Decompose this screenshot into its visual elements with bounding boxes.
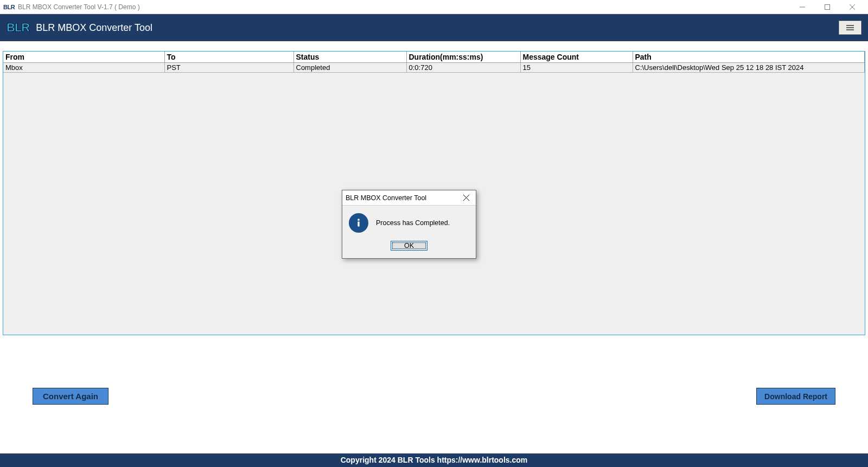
header-to[interactable]: To — [164, 52, 293, 63]
maximize-button[interactable] — [815, 0, 840, 14]
cell-to: PST — [164, 63, 293, 73]
logo: BLR — [7, 21, 29, 35]
convert-again-button[interactable]: Convert Again — [33, 388, 108, 405]
dialog-message: Process has Completed. — [376, 219, 450, 227]
header-from[interactable]: From — [3, 52, 164, 63]
cell-path: C:\Users\dell\Desktop\Wed Sep 25 12 18 2… — [633, 63, 865, 73]
download-report-button[interactable]: Download Report — [756, 388, 835, 405]
completion-dialog: BLR MBOX Converter Tool Process has Comp… — [342, 190, 476, 259]
dialog-titlebar[interactable]: BLR MBOX Converter Tool — [342, 190, 476, 206]
app-icon: BLR — [3, 4, 15, 10]
hamburger-icon — [846, 23, 854, 32]
svg-rect-1 — [825, 4, 830, 9]
header-status[interactable]: Status — [293, 52, 406, 63]
window-titlebar: BLR BLR MBOX Converter Tool V-1.7 ( Demo… — [0, 0, 868, 14]
table-row[interactable]: Mbox PST Completed 0:0:720 15 C:\Users\d… — [3, 63, 865, 73]
svg-point-9 — [358, 219, 360, 221]
info-icon — [349, 213, 368, 233]
app-header: BLR BLR MBOX Converter Tool — [0, 14, 868, 41]
header-duration[interactable]: Duration(mm:ss:ms) — [406, 52, 520, 63]
ok-button[interactable]: OK — [391, 241, 427, 251]
close-button[interactable] — [840, 0, 865, 14]
cell-status: Completed — [293, 63, 406, 73]
copyright-bar: Copyright 2024 BLR Tools https://www.blr… — [0, 453, 868, 467]
cell-count: 15 — [520, 63, 633, 73]
minimize-button[interactable] — [790, 0, 815, 14]
dialog-close-button[interactable] — [459, 194, 473, 202]
cell-from: Mbox — [3, 63, 164, 73]
header-count[interactable]: Message Count — [520, 52, 633, 63]
app-title: BLR MBOX Converter Tool — [36, 22, 152, 34]
window-title: BLR MBOX Converter Tool V-1.7 ( Demo ) — [18, 3, 140, 11]
menu-button[interactable] — [839, 21, 861, 35]
dialog-title: BLR MBOX Converter Tool — [346, 194, 426, 202]
table-header-row: From To Status Duration(mm:ss:ms) Messag… — [3, 52, 865, 63]
cell-duration: 0:0:720 — [406, 63, 520, 73]
header-path[interactable]: Path — [633, 52, 865, 63]
svg-rect-10 — [358, 222, 359, 227]
